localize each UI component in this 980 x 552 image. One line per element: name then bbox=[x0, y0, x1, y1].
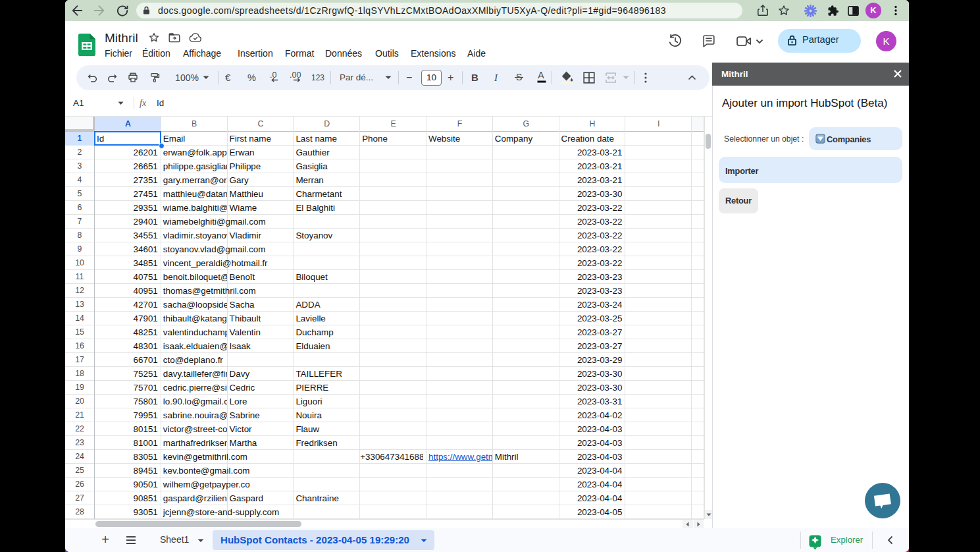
svg-text:.00: .00 bbox=[290, 70, 301, 80]
svg-text:A: A bbox=[538, 70, 544, 80]
